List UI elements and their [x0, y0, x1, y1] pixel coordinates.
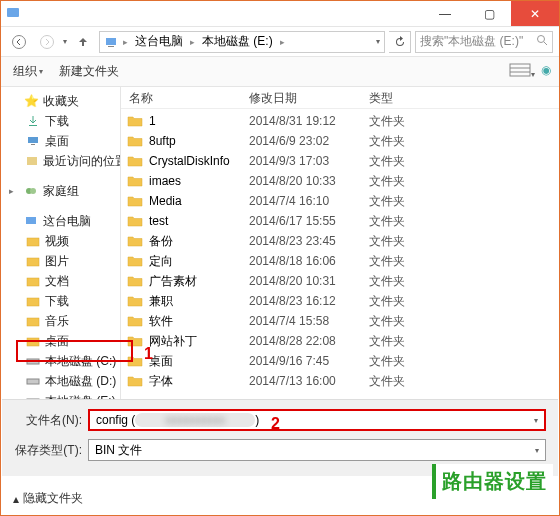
- close-button[interactable]: ✕: [511, 1, 559, 26]
- sidebar-homegroup[interactable]: ▸家庭组: [1, 181, 120, 201]
- sidebar-documents[interactable]: 文档: [1, 271, 120, 291]
- sidebar-desktop[interactable]: 桌面: [1, 131, 120, 151]
- search-input[interactable]: 搜索"本地磁盘 (E:)": [415, 31, 553, 53]
- folder-icon: [127, 333, 143, 349]
- sidebar-thispc[interactable]: 这台电脑: [1, 211, 120, 231]
- column-headers[interactable]: 名称 修改日期 类型: [121, 87, 559, 109]
- watermark: 路由器设置: [432, 464, 553, 499]
- filename-input[interactable]: config (xxxxxxxxxx) ▾: [88, 409, 546, 431]
- crumb-drive[interactable]: 本地磁盘 (E:): [200, 33, 275, 50]
- table-row[interactable]: 桌面2014/9/16 7:45文件夹: [121, 351, 559, 371]
- pc-icon: [23, 213, 39, 229]
- help-icon[interactable]: ◉: [541, 63, 551, 80]
- back-button[interactable]: [7, 30, 31, 54]
- row-type: 文件夹: [369, 173, 449, 190]
- chevron-right-icon: ▸: [187, 37, 198, 47]
- crumb-root[interactable]: 这台电脑: [133, 33, 185, 50]
- folder-icon: [127, 233, 143, 249]
- homegroup-icon: [23, 183, 39, 199]
- row-date: 2014/8/23 16:12: [249, 294, 369, 308]
- sidebar-videos[interactable]: 视频: [1, 231, 120, 251]
- row-type: 文件夹: [369, 293, 449, 310]
- table-row[interactable]: 字体2014/7/13 16:00文件夹: [121, 371, 559, 391]
- table-row[interactable]: 软件2014/7/4 15:58文件夹: [121, 311, 559, 331]
- recent-icon: [25, 153, 39, 169]
- row-name: 兼职: [149, 293, 249, 310]
- pc-icon: [104, 35, 118, 49]
- titlebar: — ▢ ✕: [1, 1, 559, 27]
- svg-rect-18: [27, 258, 39, 266]
- up-button[interactable]: [71, 30, 95, 54]
- table-row[interactable]: CrystalDiskInfo2014/9/3 17:03文件夹: [121, 151, 559, 171]
- row-name: 桌面: [149, 353, 249, 370]
- breadcrumb[interactable]: ▸ 这台电脑 ▸ 本地磁盘 (E:) ▸ ▾: [99, 31, 385, 53]
- folder-icon: [127, 253, 143, 269]
- sidebar-favorites[interactable]: ⭐收藏夹: [1, 91, 120, 111]
- folder-icon: [25, 333, 41, 349]
- row-date: 2014/8/31 19:12: [249, 114, 369, 128]
- row-name: 字体: [149, 373, 249, 390]
- row-date: 2014/8/23 23:45: [249, 234, 369, 248]
- history-dropdown-icon[interactable]: ▾: [63, 37, 67, 46]
- table-row[interactable]: imaes2014/8/20 10:33文件夹: [121, 171, 559, 191]
- table-row[interactable]: 8uftp2014/6/9 23:02文件夹: [121, 131, 559, 151]
- table-row[interactable]: 定向2014/8/18 16:06文件夹: [121, 251, 559, 271]
- view-details-icon[interactable]: ▾: [509, 63, 535, 80]
- row-name: imaes: [149, 174, 249, 188]
- sidebar-desktop2[interactable]: 桌面: [1, 331, 120, 351]
- svg-rect-7: [510, 64, 530, 76]
- annotation-label-1: 1: [144, 345, 153, 363]
- folder-icon: [127, 313, 143, 329]
- row-name: Media: [149, 194, 249, 208]
- row-name: 定向: [149, 253, 249, 270]
- svg-rect-22: [27, 338, 39, 346]
- table-row[interactable]: 备份2014/8/23 23:45文件夹: [121, 231, 559, 251]
- sidebar-drive-d[interactable]: 本地磁盘 (D:): [1, 371, 120, 391]
- row-date: 2014/8/28 22:08: [249, 334, 369, 348]
- row-date: 2014/7/4 16:10: [249, 194, 369, 208]
- crumb-dropdown-icon[interactable]: ▾: [376, 37, 380, 46]
- row-name: 1: [149, 114, 249, 128]
- sidebar-downloads2[interactable]: 下载: [1, 291, 120, 311]
- filetype-select[interactable]: BIN 文件▾: [88, 439, 546, 461]
- col-date[interactable]: 修改日期: [241, 87, 361, 108]
- sidebar-drive-c[interactable]: 本地磁盘 (C:): [1, 351, 120, 371]
- folder-icon: [25, 253, 41, 269]
- row-type: 文件夹: [369, 253, 449, 270]
- filename-dropdown-icon[interactable]: ▾: [534, 416, 538, 425]
- chevron-down-icon: ▾: [535, 446, 539, 455]
- row-name: 网站补丁: [149, 333, 249, 350]
- folder-icon: [127, 193, 143, 209]
- svg-rect-11: [28, 137, 38, 143]
- refresh-button[interactable]: [389, 31, 411, 53]
- sidebar-downloads[interactable]: 下载: [1, 111, 120, 131]
- sidebar-pictures[interactable]: 图片: [1, 251, 120, 271]
- folder-icon: [127, 293, 143, 309]
- table-row[interactable]: test2014/6/17 15:55文件夹: [121, 211, 559, 231]
- navbar: ▾ ▸ 这台电脑 ▸ 本地磁盘 (E:) ▸ ▾ 搜索"本地磁盘 (E:)": [1, 27, 559, 57]
- table-row[interactable]: 网站补丁2014/8/28 22:08文件夹: [121, 331, 559, 351]
- row-name: 8uftp: [149, 134, 249, 148]
- organize-menu[interactable]: 组织▾: [9, 61, 47, 82]
- svg-line-6: [544, 42, 547, 45]
- folder-icon: [25, 233, 41, 249]
- col-type[interactable]: 类型: [361, 87, 441, 108]
- minimize-button[interactable]: —: [423, 1, 467, 26]
- col-name[interactable]: 名称: [121, 87, 241, 108]
- hide-folders-toggle[interactable]: ▴ 隐藏文件夹: [13, 490, 83, 507]
- folder-icon: [127, 353, 143, 369]
- maximize-button[interactable]: ▢: [467, 1, 511, 26]
- svg-point-5: [538, 36, 545, 43]
- table-row[interactable]: 广告素材2014/8/20 10:31文件夹: [121, 271, 559, 291]
- redacted-text: xxxxxxxxxx: [135, 413, 255, 427]
- sidebar-recent[interactable]: 最近访问的位置: [1, 151, 120, 171]
- desktop-icon: [25, 133, 41, 149]
- filename-label: 文件名(N):: [14, 412, 82, 429]
- folder-icon: [25, 313, 41, 329]
- forward-button[interactable]: [35, 30, 59, 54]
- table-row[interactable]: 12014/8/31 19:12文件夹: [121, 111, 559, 131]
- new-folder-button[interactable]: 新建文件夹: [55, 61, 123, 82]
- table-row[interactable]: Media2014/7/4 16:10文件夹: [121, 191, 559, 211]
- table-row[interactable]: 兼职2014/8/23 16:12文件夹: [121, 291, 559, 311]
- sidebar-music[interactable]: 音乐: [1, 311, 120, 331]
